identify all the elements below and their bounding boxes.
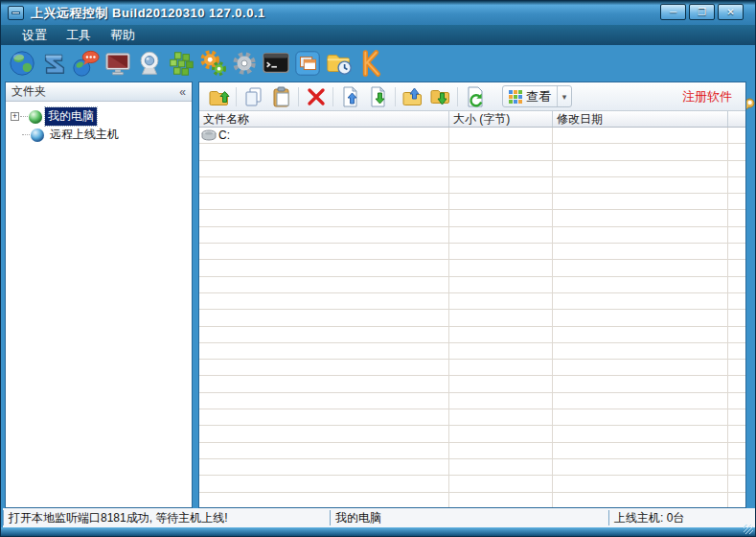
file-upload-icon[interactable] xyxy=(336,84,364,109)
resize-grip[interactable] xyxy=(744,525,753,534)
copy-icon[interactable] xyxy=(240,84,267,109)
tree-item-label[interactable]: 远程上线主机 xyxy=(47,126,122,144)
table-row-empty xyxy=(199,244,745,260)
register-software-link[interactable]: 注册软件 xyxy=(682,88,732,105)
empty-cell xyxy=(199,426,449,442)
column-header-extra[interactable] xyxy=(728,111,745,127)
close-button[interactable]: ✕ xyxy=(718,4,744,20)
table-row-empty xyxy=(199,360,745,376)
empty-cell xyxy=(728,459,745,476)
minimize-button[interactable]: ─ xyxy=(660,4,686,20)
script-scroll-icon[interactable] xyxy=(38,48,70,79)
table-row-empty xyxy=(199,343,745,360)
menu-settings[interactable]: 设置 xyxy=(12,25,57,45)
menu-tools[interactable]: 工具 xyxy=(57,25,101,45)
k-settings-icon[interactable] xyxy=(355,48,386,79)
table-row-empty xyxy=(199,327,745,343)
collapse-panel-icon[interactable]: « xyxy=(179,86,186,98)
green-cubes-icon[interactable] xyxy=(165,48,196,79)
empty-cell xyxy=(449,144,553,160)
empty-cell xyxy=(449,177,553,194)
chat-globe-icon[interactable] xyxy=(70,48,102,79)
empty-cell xyxy=(199,177,449,194)
tree-item-label[interactable]: 我的电脑 xyxy=(45,107,97,126)
table-row-empty xyxy=(199,161,745,177)
empty-cell xyxy=(728,277,745,293)
gear-gray-icon[interactable] xyxy=(228,48,260,79)
table-row[interactable]: C: xyxy=(199,128,745,144)
empty-cell xyxy=(553,310,728,326)
screen-monitor-icon[interactable] xyxy=(102,48,133,79)
table-row-empty xyxy=(199,293,745,310)
empty-cell xyxy=(728,343,745,360)
window-bottom-edge xyxy=(1,527,755,537)
empty-cell xyxy=(728,144,745,160)
menu-bar: 设置 工具 帮助 xyxy=(1,25,755,45)
title-bar: 上兴远程控制 Build20120310 127.0.0.1 ─ ❐ ✕ xyxy=(1,1,755,25)
table-row-empty xyxy=(199,210,745,226)
empty-cell xyxy=(449,260,553,276)
app-window: 上兴远程控制 Build20120310 127.0.0.1 ─ ❐ ✕ 设置 … xyxy=(0,0,756,537)
empty-cell xyxy=(728,177,745,194)
empty-cell xyxy=(199,327,449,343)
empty-cell xyxy=(553,260,728,276)
folder-up-icon[interactable] xyxy=(205,84,233,109)
folder-schedule-icon[interactable] xyxy=(323,48,355,79)
table-row-empty xyxy=(199,409,745,426)
empty-cell xyxy=(449,476,553,492)
status-message: 打开本地监听端口8181成功, 等待主机上线! xyxy=(3,510,330,525)
gears-color-icon[interactable] xyxy=(196,48,228,79)
empty-cell xyxy=(199,360,449,376)
empty-cell xyxy=(553,244,728,260)
column-header-filename[interactable]: 文件名称 xyxy=(199,111,449,127)
earth-remote-icon[interactable] xyxy=(7,48,38,79)
tree-item-remote-hosts[interactable]: 远程上线主机 xyxy=(6,126,192,144)
maximize-button[interactable]: ❐ xyxy=(689,4,715,20)
paste-icon[interactable] xyxy=(267,84,295,109)
empty-cell xyxy=(449,443,553,459)
empty-cell xyxy=(728,227,745,244)
empty-cell xyxy=(553,476,728,492)
refresh-icon[interactable] xyxy=(461,84,489,109)
view-dropdown-icon[interactable]: ▾ xyxy=(557,86,571,106)
delete-icon[interactable] xyxy=(302,84,330,109)
app-icon xyxy=(8,6,24,20)
column-header-size[interactable]: 大小 (字节) xyxy=(449,111,553,127)
folder-download-icon[interactable] xyxy=(426,84,454,109)
empty-cell xyxy=(728,260,745,276)
empty-cell xyxy=(553,277,728,293)
table-row-empty xyxy=(199,393,745,409)
empty-cell xyxy=(199,493,449,507)
empty-cell xyxy=(728,476,745,492)
webcam-icon[interactable] xyxy=(133,48,165,79)
empty-cell xyxy=(199,161,449,177)
folder-upload-icon[interactable] xyxy=(399,84,426,109)
empty-cell xyxy=(553,343,728,360)
folders-panel-header: 文件夹 « xyxy=(6,82,192,102)
expand-icon[interactable]: + xyxy=(11,112,19,121)
empty-cell xyxy=(449,210,553,226)
empty-cell xyxy=(553,210,728,226)
empty-cell xyxy=(553,144,728,160)
empty-cell xyxy=(553,459,728,476)
file-name: C: xyxy=(218,128,230,142)
empty-cell xyxy=(553,293,728,310)
empty-cell xyxy=(449,310,553,326)
table-row-empty xyxy=(199,227,745,244)
table-row-empty xyxy=(199,310,745,326)
menu-help[interactable]: 帮助 xyxy=(101,25,145,45)
empty-cell xyxy=(728,194,745,210)
cmd-terminal-icon[interactable] xyxy=(260,48,291,79)
empty-cell xyxy=(199,343,449,360)
view-grid-icon xyxy=(509,90,522,104)
tree-item-my-computer[interactable]: + 我的电脑 xyxy=(6,107,192,126)
file-download-icon[interactable] xyxy=(364,84,392,109)
empty-cell xyxy=(553,409,728,426)
column-header-modified[interactable]: 修改日期 xyxy=(553,111,728,127)
empty-cell xyxy=(728,409,745,426)
empty-cell xyxy=(728,376,745,392)
empty-cell xyxy=(199,227,449,244)
view-button[interactable]: 查看 ▾ xyxy=(502,85,572,107)
window-manager-icon[interactable] xyxy=(291,48,323,79)
file-table-body: C: xyxy=(199,128,745,507)
